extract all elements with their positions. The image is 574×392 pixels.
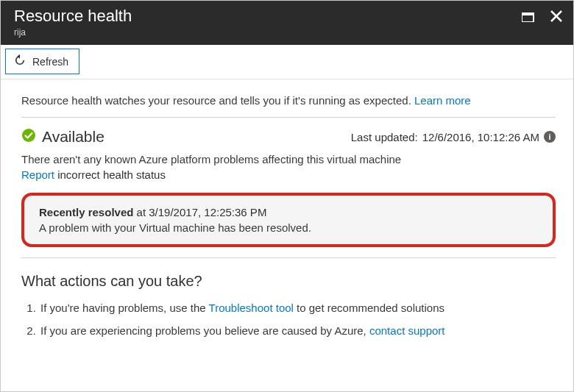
- action-item: If you're having problems, use the Troub…: [39, 299, 556, 321]
- intro-text: Resource health watches your resource an…: [21, 90, 556, 117]
- resolved-message: A problem with your Virtual machine has …: [39, 221, 538, 234]
- status-ok-icon: [21, 128, 36, 146]
- report-rest: incorrect health status: [54, 168, 166, 181]
- refresh-button[interactable]: Refresh: [5, 49, 79, 74]
- resource-name: rija: [14, 27, 132, 38]
- refresh-label: Refresh: [32, 56, 68, 68]
- titlebar: Resource health rija: [1, 1, 573, 45]
- status-left: Available: [21, 128, 104, 146]
- last-updated-label: Last updated:: [351, 131, 418, 143]
- content: Resource health watches your resource an…: [1, 79, 573, 391]
- action-pre: If you are experiencing problems you bel…: [40, 324, 369, 337]
- svg-point-4: [22, 129, 35, 142]
- report-link[interactable]: Report: [21, 168, 54, 181]
- close-icon[interactable]: [550, 10, 563, 23]
- refresh-icon: [13, 54, 26, 69]
- resource-health-blade: Resource health rija Refresh Resource he…: [0, 0, 574, 392]
- last-updated-value: 12/6/2016, 10:12:26 AM: [422, 131, 539, 143]
- restore-icon[interactable]: [522, 10, 536, 22]
- titlebar-text: Resource health rija: [14, 7, 132, 38]
- resolved-label: Recently resolved: [39, 206, 133, 218]
- troubleshoot-tool-link[interactable]: Troubleshoot tool: [209, 302, 294, 314]
- actions-heading: What actions can you take?: [21, 258, 556, 299]
- last-updated: Last updated: 12/6/2016, 10:12:26 AM i: [351, 131, 556, 143]
- learn-more-link[interactable]: Learn more: [414, 94, 471, 107]
- contact-support-link[interactable]: contact support: [369, 324, 445, 337]
- info-icon[interactable]: i: [544, 131, 556, 143]
- resolved-at: at 3/19/2017, 12:25:36 PM: [133, 206, 266, 218]
- toolbar: Refresh: [1, 45, 573, 79]
- report-line: Report incorrect health status: [21, 167, 556, 190]
- intro-body: Resource health watches your resource an…: [21, 94, 414, 107]
- actions-list: If you're having problems, use the Troub…: [21, 299, 556, 344]
- blade-title: Resource health: [14, 7, 132, 26]
- action-post: to get recommended solutions: [294, 302, 444, 314]
- action-pre: If you're having problems, use the: [40, 302, 209, 314]
- titlebar-controls: [522, 7, 563, 23]
- resolved-line1: Recently resolved at 3/19/2017, 12:25:36…: [39, 206, 538, 218]
- status-state: Available: [42, 128, 104, 146]
- status-row: Available Last updated: 12/6/2016, 10:12…: [21, 118, 556, 150]
- svg-rect-1: [522, 13, 534, 15]
- action-item: If you are experiencing problems you bel…: [39, 321, 556, 344]
- status-message: There aren't any known Azure platform pr…: [21, 150, 556, 167]
- recently-resolved-box: Recently resolved at 3/19/2017, 12:25:36…: [21, 193, 556, 247]
